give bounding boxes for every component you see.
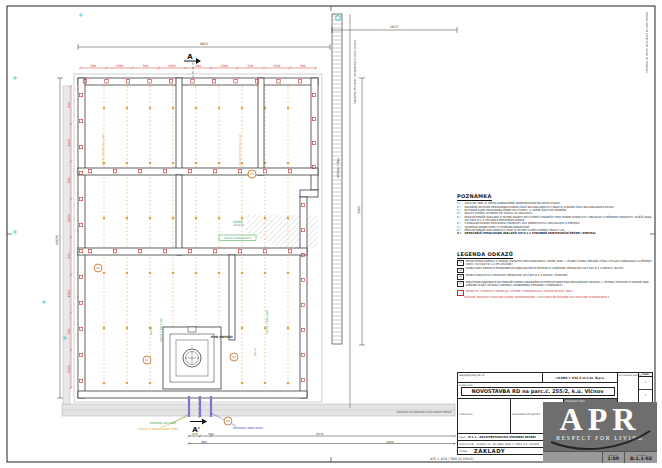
drawing-name: ZÁKLADY (474, 448, 505, 454)
dim-left-total: 14675 (55, 235, 59, 245)
copy-number: 1 (639, 377, 652, 390)
dim-label: 1500 (168, 64, 176, 68)
drawing-number: D.1.1-02 (630, 456, 652, 461)
dim-label: 500 (67, 328, 71, 334)
dim-top-right: 2675 (390, 25, 398, 29)
water-connection-label: PŘÍPOJKA VODY DN25 (233, 426, 263, 430)
svg-text:A': A' (192, 426, 200, 434)
notes-title: POZNÁMKA (457, 193, 492, 201)
chimney-size: (245/245) (233, 224, 244, 227)
dn125-label: DN125 (254, 348, 257, 356)
website: www.projekty-uh.cz (458, 373, 543, 382)
legend-item: 02PONECHANÝ PROSTUP PODZEMNÍHO KANALIZAČ… (457, 267, 655, 273)
section-label: ODDÍL: (459, 436, 466, 438)
ref-marker-label: 01 (96, 266, 100, 270)
paper-size-note: V/Š = 420 / 594 (0,25m2) (430, 457, 474, 461)
earthing-label-1: ZEMNICÍ PÁSEK FeZn 30/4 (101, 134, 105, 166)
waste-label: POD ODPADY (211, 335, 234, 339)
dim-label: 1500 (116, 64, 124, 68)
ref-marker-label: 03 (250, 172, 254, 176)
scale-value: 1:50 (608, 456, 619, 461)
legend-item: 01PROSTUPOVÁ PAŽNICE U OKRAJE (PROSTUP P… (457, 260, 655, 266)
dim-top-total: 9825 (200, 42, 208, 46)
dim-label: 500 (67, 102, 71, 108)
note-line: 9.)DETAILNĚJŠÍ ZPRACOVÁNÍ ZÁKLADŮ VIZ D.… (457, 232, 655, 235)
retaining-wall-label: OPĚRNÁ STĚNA (336, 158, 340, 178)
dim-label: 1500 (67, 214, 71, 222)
dim-label: 1500 (67, 290, 71, 298)
chimney-label: KOMÍN (233, 220, 243, 224)
dim-label: 1500 (67, 139, 71, 147)
dim-label: 1500 (220, 64, 228, 68)
legend-red-box (457, 290, 464, 296)
soakaway-label: ODVOD VODY Z DRENÁŽE DO VSAKU NA POZEMKU (353, 40, 357, 104)
dn100-label: DN100 (150, 327, 153, 335)
nn-connection-label: PŘÍPOJKA NN DN25 (150, 421, 177, 425)
dim-label: 500 (195, 64, 201, 68)
svg-text:A: A (187, 53, 193, 61)
apr-logo: APR RESPECT FOR LIVING MĚŘÍTKO: 1:50 Č. … (543, 402, 657, 463)
dim-label: 3425 (386, 440, 394, 444)
dim-label: 500 (90, 64, 96, 68)
dim-label: 500 (67, 177, 71, 183)
dim-label: 500 (208, 432, 214, 436)
condensate-label: ODVOD KONDENZÁTU (224, 236, 252, 240)
legend-red-item: PROSTUPY VEŠKERÝCH INSTALACÍ VČETNĚ HYDR… (457, 290, 655, 296)
legend-item: 04ODVĚTRÁNÍ RADONOVÉHO PODLOŽÍ POMOCÍ DR… (457, 281, 655, 287)
project-name-label: NÁZEV AKCE: (459, 384, 473, 386)
notes-section: POZNÁMKA 1.)VŠECHNY MÍRY JE TŘEBA SAMOST… (457, 183, 655, 236)
sewer-pressure-label: VÝTLAK Z KANALIZACE DN50 (138, 427, 179, 431)
ref-marker-label: 02 (145, 358, 149, 362)
legend-title: LEGENDA ODKAZŮ (457, 251, 513, 259)
drawing-label: VÝKRES: (459, 450, 468, 452)
legend-item: 03PONECHANÁ RÝHA S POLOHOU PŘEBALENÍ VIZ… (457, 274, 655, 280)
dim-right-total: 7365 (357, 206, 361, 214)
drainage-label: DRENÁŽ PO OBVODĚ ZÁKLADOVÉ DESKY (397, 410, 453, 414)
floor-drain-label-1: VPUSŤ V PODLAZE (159, 318, 163, 343)
responsible-designer-label: ZODPOVĚDNÝ PROJEKTANT: (512, 413, 541, 415)
site-label: MÍSTO STAVBY: (459, 443, 474, 445)
dim-label: 8175 (316, 432, 324, 436)
earthing-label-2: ZEMNICÍ PÁSEK FeZn 30/4 (238, 134, 242, 166)
legend-red-item-2: VEŠKERÉ PROSTUPY ZÁKLADŮ BUDOU KOORDINOV… (457, 296, 655, 299)
site-value: VLČNOV, UL. 26. ŘÍJNA, PARC.Č. 255/2, K.… (476, 443, 539, 446)
roof-drain-label: ODVOD VODY ZE STŘECH DO VSAKU NA POZEMKU (645, 12, 649, 73)
dim-label: 500 (248, 64, 254, 68)
drafted-by-label: VYPRACOVAL: (459, 413, 473, 415)
dim-label: 500 (143, 64, 149, 68)
dim-label: 1500 (273, 64, 281, 68)
ref-marker-label: 04 (232, 355, 236, 359)
dim-label: 500 (67, 253, 71, 259)
bottom-dimensions: 47550081759503425 (188, 432, 456, 445)
section-value: D.1.1 - ARCHITEKTONICKO-STAVEBNÍ ŘEŠENÍ (468, 435, 535, 439)
legend-section: LEGENDA ODKAZŮ 01PROSTUPOVÁ PAŽNICE U OK… (457, 241, 655, 300)
ref-marker-label: 05 (226, 419, 230, 423)
floor-drain-label-2: VPUSŤ V PODLAZE (265, 310, 269, 335)
dim-label: 950 (201, 440, 207, 444)
project-title: NOVOSTAVBA RD na parc.č. 255/2, k.ú. Vlč… (461, 387, 615, 396)
dim-label: 500 (300, 64, 306, 68)
logo-strip: MĚŘÍTKO: 1:50 Č. VÝKRESU: D.1.1-02 (543, 451, 657, 463)
dim-label: 1500 (67, 365, 71, 373)
elevation-datum: ±0,000 = 231,3 m n.m. B.p.v. (543, 373, 617, 382)
